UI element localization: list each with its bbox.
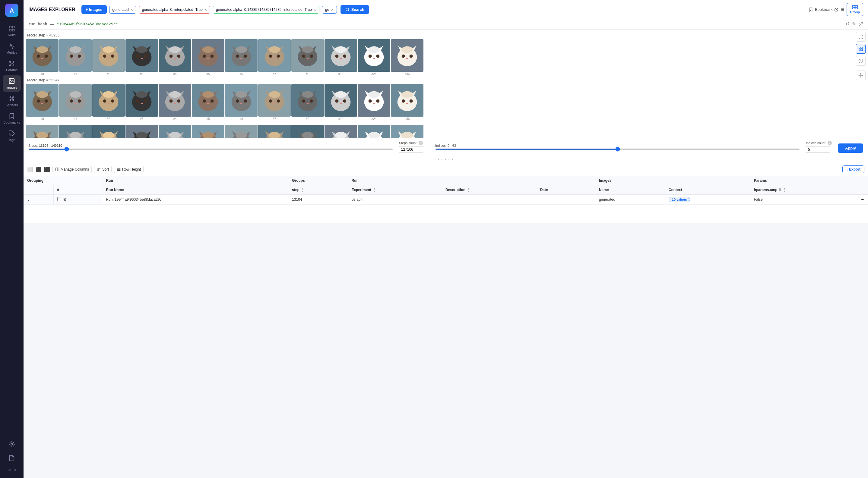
row-expand[interactable]: ∨: [24, 195, 53, 205]
image-cell[interactable]: #5: [192, 39, 224, 76]
image-cell[interactable]: #7: [258, 125, 291, 138]
context-badge[interactable]: 10 values: [669, 197, 690, 202]
col-date-menu[interactable]: ⋮: [549, 188, 553, 192]
sidebar-item-images[interactable]: Images: [3, 75, 21, 92]
col-date: Date ⋮: [536, 185, 595, 195]
sidebar-item-docs[interactable]: [3, 452, 21, 464]
svg-point-8: [13, 65, 14, 66]
query-refresh-icon[interactable]: ↺: [846, 21, 849, 27]
col-hparams-sort[interactable]: ⇅: [778, 188, 781, 192]
col-hparams-menu[interactable]: ⋮: [783, 188, 786, 192]
image-cell[interactable]: #2: [92, 125, 125, 138]
filter-tag-close[interactable]: ×: [205, 7, 207, 12]
col-name-menu[interactable]: ⋮: [610, 188, 614, 192]
cat-image: [391, 125, 424, 138]
table-icon-1[interactable]: ⬜: [27, 167, 33, 172]
image-cell[interactable]: #12: [324, 125, 357, 138]
indices-range-slider[interactable]: [435, 148, 800, 150]
topbar-right: Bookmark ≡ Group: [808, 3, 863, 16]
filter-tag-close[interactable]: ×: [331, 7, 333, 12]
table-icon-2[interactable]: ⬛: [36, 167, 42, 172]
indices-count-input[interactable]: [806, 146, 830, 153]
image-cell[interactable]: #2: [92, 39, 125, 76]
expand-icon[interactable]: ∨: [27, 197, 30, 202]
filter-tag-truncated[interactable]: ge ×: [322, 6, 337, 13]
table-icon-3[interactable]: ⬛: [44, 167, 50, 172]
image-cell[interactable]: #7: [258, 84, 291, 121]
sidebar-item-metrics[interactable]: Metrics: [3, 40, 21, 57]
col-experiment-menu[interactable]: ⋮: [372, 188, 376, 192]
image-cell[interactable]: #7: [258, 39, 291, 76]
col-context-menu[interactable]: ⋮: [683, 188, 687, 192]
steps-range-slider[interactable]: [28, 148, 393, 150]
sidebar-item-integration[interactable]: [3, 439, 21, 450]
sidebar-item-bookmarks[interactable]: Bookmarks: [3, 110, 21, 127]
image-cell[interactable]: #6: [225, 84, 257, 121]
image-cell[interactable]: #3: [125, 39, 158, 76]
filter-tag-close[interactable]: ×: [314, 7, 316, 12]
image-cell[interactable]: #0: [26, 84, 59, 121]
col-run-name-menu[interactable]: ⋮: [125, 188, 129, 192]
sort-icon: [97, 167, 101, 171]
info-view-icon[interactable]: [856, 56, 866, 66]
image-cell[interactable]: #12: [324, 84, 357, 121]
filter-tag-alpha0[interactable]: generated alpha=0, interpolated=True ×: [139, 6, 210, 13]
image-cell[interactable]: #36: [391, 39, 424, 76]
image-cell[interactable]: #6: [225, 39, 257, 76]
image-cell[interactable]: #1: [59, 84, 92, 121]
image-cell[interactable]: #3: [125, 125, 158, 138]
row-checkbox[interactable]: [57, 197, 61, 201]
image-cell[interactable]: #4: [159, 125, 191, 138]
row-more-icon[interactable]: •••: [861, 197, 864, 202]
image-cell[interactable]: #2: [92, 84, 125, 121]
image-cell[interactable]: #0: [26, 39, 59, 76]
steps-count-input[interactable]: [399, 146, 423, 153]
image-cell[interactable]: #24: [358, 84, 390, 121]
menu-icon[interactable]: ≡: [841, 6, 844, 13]
image-cell[interactable]: #0: [26, 125, 59, 138]
filter-tag-close[interactable]: ×: [131, 7, 133, 12]
indices-count-help-icon[interactable]: ?: [828, 141, 832, 145]
grid-view-icon[interactable]: [856, 44, 866, 54]
image-cell[interactable]: #4: [159, 39, 191, 76]
col-description-menu[interactable]: ⋮: [467, 188, 470, 192]
image-cell[interactable]: #5: [192, 84, 224, 121]
move-icon[interactable]: [856, 71, 866, 80]
steps-count-help-icon[interactable]: ?: [418, 141, 423, 145]
filter-tag-alpha-val[interactable]: generated alpha=0.14285714285714285, int…: [213, 6, 319, 13]
bookmark-button[interactable]: Bookmark: [808, 7, 839, 12]
image-cell[interactable]: #0: [291, 125, 324, 138]
row-height-button[interactable]: Row Height: [114, 166, 144, 173]
image-cell[interactable]: #6: [225, 125, 257, 138]
export-button[interactable]: ↓ Export: [842, 166, 864, 173]
image-cell[interactable]: #5: [192, 125, 224, 138]
sort-button[interactable]: Sort: [94, 166, 112, 173]
sidebar-version: v3.8.0: [5, 466, 18, 474]
sidebar-item-runs[interactable]: Runs: [3, 23, 21, 39]
image-cell[interactable]: #36: [391, 84, 424, 121]
image-cell[interactable]: #0: [291, 39, 324, 76]
col-step-menu[interactable]: ⋮: [301, 188, 304, 192]
add-images-button[interactable]: + Images: [82, 5, 107, 14]
query-edit-icon[interactable]: ✎: [852, 21, 856, 27]
image-cell[interactable]: #1: [59, 39, 92, 76]
query-copy-icon[interactable]: ☍: [858, 21, 863, 27]
image-cell[interactable]: #0: [291, 84, 324, 121]
sidebar-item-params[interactable]: Params: [3, 58, 21, 74]
image-cell[interactable]: #24: [358, 39, 390, 76]
search-button[interactable]: Search: [341, 5, 369, 14]
sidebar-item-scatters[interactable]: Scatters: [3, 93, 21, 109]
manage-columns-button[interactable]: Manage Columns: [53, 166, 92, 173]
image-cell[interactable]: #4: [159, 84, 191, 121]
image-cell[interactable]: #12: [324, 39, 357, 76]
image-cell[interactable]: #24: [358, 125, 390, 138]
image-cell[interactable]: #3: [125, 84, 158, 121]
group-button[interactable]: Group: [846, 3, 863, 16]
apply-button[interactable]: Apply: [838, 143, 863, 153]
sidebar-item-tags[interactable]: Tags: [3, 128, 21, 144]
filter-tag-generated[interactable]: generated ×: [109, 6, 136, 13]
drag-handle[interactable]: • • • • •: [24, 156, 868, 163]
resize-icon[interactable]: [856, 32, 866, 42]
image-cell[interactable]: #36: [391, 125, 424, 138]
image-cell[interactable]: #1: [59, 125, 92, 138]
